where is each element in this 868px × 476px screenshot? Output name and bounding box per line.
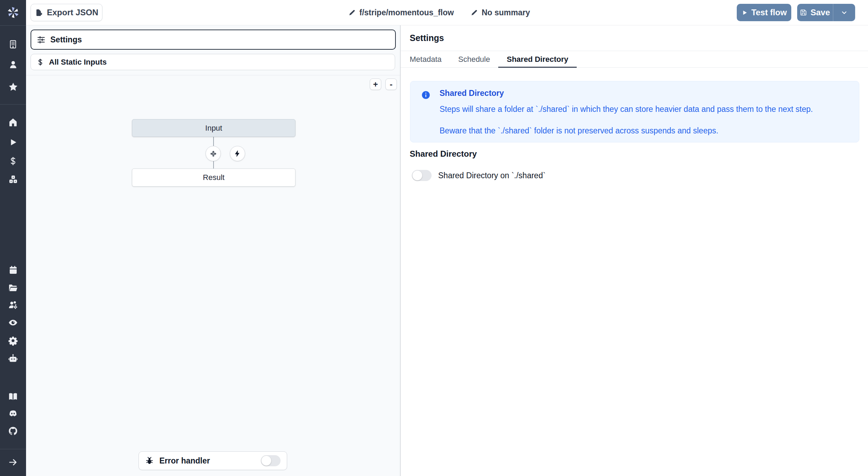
test-flow-label: Test flow	[751, 8, 787, 17]
save-dropdown-button[interactable]	[833, 4, 855, 21]
sidebar-item-ai[interactable]	[0, 351, 26, 366]
sidebar-item-schedules[interactable]	[0, 262, 26, 278]
calendar-icon	[8, 265, 18, 275]
sidebar-divider	[0, 449, 26, 449]
topbar-center: f/stripe/momentous_flow No summary	[348, 0, 530, 25]
sidebar-item-workspace[interactable]	[0, 36, 26, 52]
sidebar-item-settings[interactable]	[0, 333, 26, 348]
flow-editor-panel: Settings All Static Inputs + - Input Res…	[26, 25, 400, 476]
export-json-label: Export JSON	[47, 8, 98, 17]
sidebar-item-audit-logs[interactable]	[0, 315, 26, 330]
sidebar-item-user[interactable]	[0, 57, 26, 72]
save-split-button: Save	[797, 4, 855, 21]
input-node[interactable]: Input	[132, 119, 295, 137]
shared-directory-toggle-label: Shared Directory on `./shared`	[438, 171, 545, 180]
sidebar-item-resources[interactable]	[0, 172, 26, 187]
info-line-1: Steps will share a folder at `./shared` …	[440, 105, 813, 114]
zoom-out-label: -	[390, 80, 393, 89]
save-label: Save	[810, 8, 830, 17]
sidebar-item-runs[interactable]	[0, 134, 26, 150]
error-handler-toggle[interactable]	[261, 455, 281, 466]
topbar-actions: Test flow Save	[737, 4, 855, 21]
input-node-label: Input	[205, 124, 222, 133]
windmill-logo-icon	[7, 6, 19, 19]
flow-settings-item[interactable]: Settings	[31, 30, 396, 50]
arrow-right-icon	[8, 457, 18, 467]
pencil-icon	[470, 9, 478, 17]
sidebar-item-variables[interactable]	[0, 153, 26, 169]
flow-path-edit[interactable]: f/stripe/momentous_flow	[348, 8, 454, 17]
eye-icon	[8, 318, 18, 328]
add-step-button[interactable]	[206, 146, 221, 161]
sidebar-item-github[interactable]	[0, 423, 26, 438]
sidebar-divider	[0, 25, 26, 26]
dollar-icon	[8, 156, 18, 166]
plus-icon	[209, 150, 217, 158]
bot-icon	[8, 353, 18, 363]
info-title: Shared Directory	[440, 89, 504, 98]
zoom-in-label: +	[373, 80, 378, 89]
tab-metadata[interactable]: Metadata	[401, 51, 450, 67]
sidebar-item-discord[interactable]	[0, 406, 26, 421]
book-open-icon	[8, 392, 18, 402]
tab-shared-directory[interactable]: Shared Directory	[498, 51, 576, 67]
shared-directory-section-title: Shared Directory	[410, 149, 477, 159]
info-line-2: Beware that the `./shared` folder is not…	[440, 126, 718, 136]
sidebar-divider	[0, 104, 26, 105]
zoom-out-button[interactable]: -	[385, 79, 397, 90]
save-button[interactable]: Save	[797, 4, 833, 21]
github-icon	[8, 426, 18, 436]
topbar: Export JSON f/stripe/momentous_flow No s…	[26, 0, 868, 25]
bug-icon	[145, 457, 154, 465]
settings-panel: Settings Metadata Schedule Shared Direct…	[400, 25, 868, 476]
sliders-icon	[37, 35, 45, 44]
flow-summary-edit[interactable]: No summary	[470, 8, 530, 17]
dollar-icon	[36, 58, 44, 66]
sidebar-item-home[interactable]	[0, 114, 26, 130]
play-icon	[741, 9, 748, 16]
users-cog-icon	[8, 300, 18, 310]
all-static-inputs-label: All Static Inputs	[49, 58, 107, 67]
trigger-button[interactable]	[230, 146, 245, 161]
tab-shared-directory-label: Shared Directory	[507, 55, 568, 64]
error-handler-item[interactable]: Error handler	[139, 451, 287, 470]
tab-schedule-label: Schedule	[458, 55, 490, 64]
boxes-icon	[8, 174, 18, 184]
home-icon	[8, 117, 18, 127]
gear-icon	[8, 336, 18, 346]
file-output-icon	[35, 9, 43, 17]
sidebar-item-groups[interactable]	[0, 297, 26, 312]
zoom-in-button[interactable]: +	[370, 79, 381, 90]
settings-panel-title: Settings	[410, 33, 444, 43]
discord-icon	[8, 409, 18, 419]
shared-directory-toggle-row: Shared Directory on `./shared`	[412, 170, 545, 181]
sidebar	[0, 0, 26, 476]
windmill-logo[interactable]	[0, 5, 26, 20]
flow-settings-label: Settings	[50, 35, 82, 44]
play-icon	[8, 138, 18, 147]
error-handler-label: Error handler	[159, 456, 210, 466]
info-icon	[421, 90, 431, 100]
save-icon	[800, 9, 807, 16]
star-icon	[8, 82, 18, 92]
sidebar-item-folders[interactable]	[0, 280, 26, 295]
export-json-button[interactable]: Export JSON	[31, 4, 102, 21]
chevron-down-icon	[841, 9, 848, 16]
sidebar-item-favorites[interactable]	[0, 79, 26, 95]
pencil-icon	[348, 9, 356, 17]
folder-open-icon	[8, 283, 18, 293]
toggle-knob	[261, 456, 271, 466]
sidebar-item-docs[interactable]	[0, 389, 26, 404]
tab-metadata-label: Metadata	[410, 55, 442, 64]
shared-directory-toggle[interactable]	[412, 170, 432, 181]
user-icon	[8, 60, 18, 69]
zap-icon	[234, 150, 241, 157]
flow-path: f/stripe/momentous_flow	[359, 8, 454, 17]
result-node[interactable]: Result	[132, 169, 295, 187]
tab-schedule[interactable]: Schedule	[450, 51, 499, 67]
flow-panel-divider	[26, 75, 400, 75]
test-flow-button[interactable]: Test flow	[737, 4, 791, 21]
all-static-inputs-item[interactable]: All Static Inputs	[31, 54, 395, 70]
sidebar-expand-button[interactable]	[0, 454, 26, 470]
toggle-knob	[412, 171, 422, 180]
